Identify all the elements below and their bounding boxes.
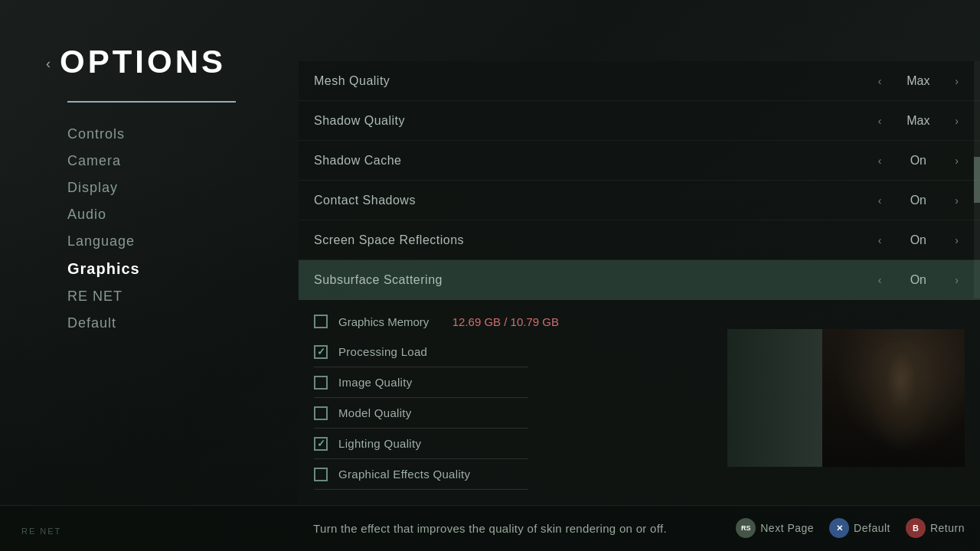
- nav-item-language[interactable]: Language: [67, 228, 268, 255]
- setting-label-shadow-cache: Shadow Cache: [314, 154, 872, 168]
- checkbox-row-model-quality: Model Quality: [314, 398, 528, 429]
- nav-item-controls[interactable]: Controls: [67, 121, 268, 148]
- image-quality-label: Image Quality: [338, 376, 412, 389]
- scrollbar-thumb: [974, 157, 980, 203]
- nav-list: Controls Camera Display Audio Language G…: [46, 121, 268, 337]
- setting-right-arrow-ssr[interactable]: ›: [949, 234, 965, 246]
- nav-item-graphics[interactable]: Graphics: [67, 255, 268, 283]
- setting-right-arrow-subsurface-scattering[interactable]: ›: [949, 274, 965, 286]
- graphics-memory-row: Graphics Memory 12.69 GB / 10.79 GB: [314, 306, 559, 337]
- setting-value-contact-shadows: On: [887, 194, 949, 207]
- title-underline: [67, 101, 236, 103]
- graphical-effects-label: Graphical Effects Quality: [338, 468, 470, 481]
- preview-area: [727, 329, 965, 467]
- graphics-memory-separator: /: [504, 315, 507, 328]
- setting-left-arrow-subsurface-scattering[interactable]: ‹: [872, 274, 888, 286]
- back-chevron-icon[interactable]: ‹: [46, 56, 51, 72]
- character-preview: [822, 329, 965, 467]
- checkbox-row-processing-load: Processing Load: [314, 337, 528, 367]
- setting-left-arrow-ssr[interactable]: ‹: [872, 234, 888, 246]
- model-quality-label: Model Quality: [338, 406, 412, 419]
- setting-right-arrow-shadow-cache[interactable]: ›: [949, 155, 965, 167]
- return-control[interactable]: B Return: [906, 518, 965, 538]
- return-label: Return: [930, 522, 965, 534]
- setting-left-arrow-shadow-quality[interactable]: ‹: [872, 115, 888, 127]
- sidebar: ‹ OPTIONS Controls Camera Display Audio …: [0, 0, 299, 551]
- default-control[interactable]: ✕ Default: [829, 518, 890, 538]
- preview-left: [727, 329, 822, 467]
- bottom-section: Graphics Memory 12.69 GB / 10.79 GB Proc…: [299, 298, 574, 505]
- scrollbar[interactable]: [974, 61, 980, 298]
- bottom-controls: RS Next Page ✕ Default B Return: [736, 505, 980, 551]
- setting-right-arrow-contact-shadows[interactable]: ›: [949, 194, 965, 207]
- nav-item-display[interactable]: Display: [67, 174, 268, 201]
- setting-left-arrow-mesh-quality[interactable]: ‹: [872, 75, 888, 87]
- graphics-memory-label: Graphics Memory: [338, 315, 429, 328]
- nav-item-audio[interactable]: Audio: [67, 201, 268, 228]
- rs-icon-label: RS: [741, 524, 751, 532]
- b-button-icon: B: [906, 518, 926, 538]
- title-row: ‹ OPTIONS: [46, 46, 268, 78]
- graphical-effects-checkbox[interactable]: [314, 468, 328, 481]
- setting-label-contact-shadows: Contact Shadows: [314, 194, 872, 207]
- lighting-quality-label: Lighting Quality: [338, 437, 421, 450]
- checkbox-row-graphical-effects: Graphical Effects Quality: [314, 459, 528, 490]
- settings-list: Mesh Quality ‹ Max › Shadow Quality ‹ Ma…: [299, 61, 980, 300]
- setting-label-mesh-quality: Mesh Quality: [314, 74, 872, 88]
- x-icon-label: ✕: [836, 523, 843, 533]
- main-content: ‹ OPTIONS Controls Camera Display Audio …: [0, 0, 980, 551]
- page-title: OPTIONS: [60, 46, 226, 78]
- setting-row-subsurface-scattering: Subsurface Scattering ‹ On ›: [299, 260, 980, 300]
- setting-value-shadow-quality: Max: [887, 114, 949, 128]
- setting-left-arrow-contact-shadows[interactable]: ‹: [872, 194, 888, 207]
- image-quality-checkbox[interactable]: [314, 376, 328, 390]
- setting-row-mesh-quality: Mesh Quality ‹ Max ›: [299, 61, 980, 101]
- re-net-watermark: RE NET: [21, 527, 61, 536]
- setting-value-shadow-cache: On: [887, 154, 949, 168]
- graphics-memory-checkbox[interactable]: [314, 315, 328, 328]
- nav-item-default[interactable]: Default: [67, 310, 268, 337]
- description-bar: Turn the effect that improves the qualit…: [0, 505, 980, 551]
- default-label: Default: [854, 522, 890, 534]
- setting-row-ssr: Screen Space Reflections ‹ On ›: [299, 220, 980, 260]
- setting-value-mesh-quality: Max: [887, 74, 949, 88]
- setting-row-shadow-cache: Shadow Cache ‹ On ›: [299, 141, 980, 181]
- setting-row-shadow-quality: Shadow Quality ‹ Max ›: [299, 101, 980, 141]
- graphics-memory-total: 10.79 GB: [511, 315, 559, 328]
- checkbox-row-image-quality: Image Quality: [314, 367, 528, 398]
- setting-right-arrow-shadow-quality[interactable]: ›: [949, 115, 965, 127]
- processing-load-label: Processing Load: [338, 345, 427, 358]
- setting-value-ssr: On: [887, 233, 949, 247]
- setting-label-shadow-quality: Shadow Quality: [314, 114, 872, 128]
- setting-label-ssr: Screen Space Reflections: [314, 233, 872, 247]
- setting-value-subsurface-scattering: On: [887, 273, 949, 287]
- model-quality-checkbox[interactable]: [314, 406, 328, 420]
- graphics-memory-used: 12.69 GB: [452, 315, 501, 328]
- graphics-memory-value: 12.69 GB / 10.79 GB: [452, 315, 559, 328]
- b-icon-label: B: [913, 523, 919, 533]
- setting-row-contact-shadows: Contact Shadows ‹ On ›: [299, 181, 980, 220]
- nav-item-camera[interactable]: Camera: [67, 148, 268, 174]
- rs-button-icon: RS: [736, 518, 756, 538]
- next-page-control[interactable]: RS Next Page: [736, 518, 814, 538]
- checkbox-row-lighting-quality: Lighting Quality: [314, 429, 528, 459]
- x-button-icon: ✕: [829, 518, 849, 538]
- setting-left-arrow-shadow-cache[interactable]: ‹: [872, 155, 888, 167]
- next-page-label: Next Page: [760, 522, 814, 534]
- nav-item-re-net[interactable]: RE NET: [67, 283, 268, 310]
- processing-load-checkbox[interactable]: [314, 345, 328, 359]
- lighting-quality-checkbox[interactable]: [314, 437, 328, 451]
- setting-right-arrow-mesh-quality[interactable]: ›: [949, 75, 965, 87]
- setting-label-subsurface-scattering: Subsurface Scattering: [314, 273, 872, 287]
